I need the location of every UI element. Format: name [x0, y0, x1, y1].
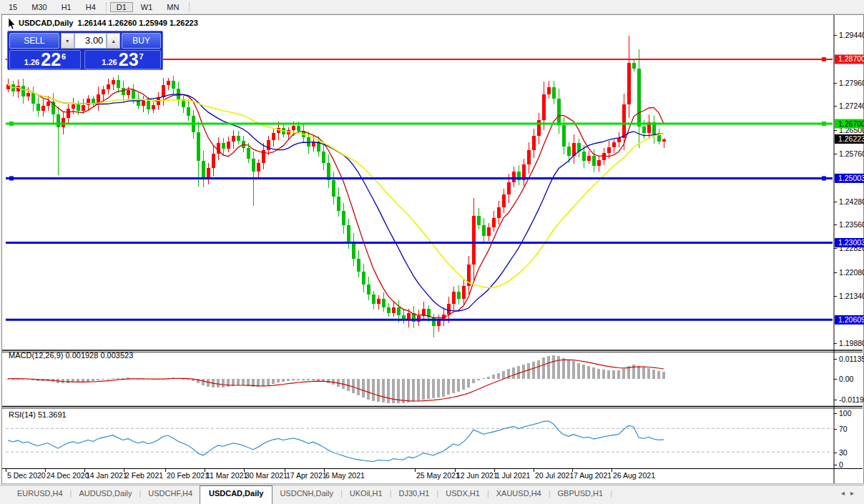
sell-price-prefix: 1.26: [24, 58, 39, 66]
chart-tab-gbpusd[interactable]: GBPUSD,H1: [551, 485, 611, 504]
svg-text:0.00: 0.00: [839, 375, 854, 383]
buy-price-box[interactable]: 1.26 23 7: [84, 50, 161, 69]
svg-text:20 Jul 2021: 20 Jul 2021: [535, 471, 574, 480]
svg-text:1.29440: 1.29440: [839, 31, 864, 39]
volume-input[interactable]: 3.00: [74, 33, 107, 49]
svg-text:14 Jan 2021: 14 Jan 2021: [86, 471, 127, 480]
chart-tab-audusd[interactable]: AUDUSD,Daily: [72, 485, 139, 504]
chart-ohlc-values: 1.26144 1.26260 1.25949 1.26223: [78, 19, 198, 27]
svg-text:30 Mar 2021: 30 Mar 2021: [245, 471, 288, 480]
svg-text:7 Aug 2021: 7 Aug 2021: [574, 471, 612, 480]
svg-text:1.22080: 1.22080: [839, 268, 864, 277]
tab-separator: |: [610, 485, 612, 498]
svg-text:6 May 2021: 6 May 2021: [325, 471, 365, 480]
svg-text:100: 100: [839, 409, 852, 417]
svg-text:2 Feb 2021: 2 Feb 2021: [125, 471, 163, 480]
triangle-up-icon: ▲: [111, 39, 116, 44]
chart-symbol-period: USDCAD,Daily: [19, 19, 73, 27]
chart-tab-bar: EURUSD,H4|AUDUSD,Daily|USDCHF,H4USDCAD,D…: [0, 485, 864, 504]
svg-text:1.19880: 1.19880: [839, 339, 864, 347]
svg-text:1.25760: 1.25760: [839, 149, 864, 158]
buy-price-point: 7: [139, 52, 144, 61]
volume-increase-button[interactable]: ▲: [107, 33, 120, 49]
svg-text:1.21340: 1.21340: [839, 292, 864, 300]
macd-label: MACD(12,26,9) 0.001928 0.003523: [9, 351, 133, 360]
chart-tab-dj30[interactable]: DJ30,H1: [392, 485, 437, 504]
svg-text:1.23560: 1.23560: [839, 220, 864, 229]
sell-price-box[interactable]: 1.26 22 6: [9, 50, 81, 69]
chart-title: USDCAD,Daily 1.26144 1.26260 1.25949 1.2…: [19, 19, 198, 27]
tab-scroll-arrows[interactable]: ◂▸: [841, 489, 860, 497]
svg-text:70: 70: [839, 425, 848, 433]
svg-text:20 Feb 2021: 20 Feb 2021: [167, 471, 209, 480]
scroll-right-icon[interactable]: ▸: [850, 489, 860, 497]
rsi-label: RSI(14) 51.3691: [9, 410, 67, 419]
triangle-down-icon: ▼: [65, 39, 70, 44]
svg-text:5 Dec 2020: 5 Dec 2020: [7, 471, 46, 480]
sell-price-pips: 22: [41, 51, 61, 69]
chart-tab-usdcad[interactable]: USDCAD,Daily: [200, 485, 273, 504]
svg-text:1.26700: 1.26700: [838, 119, 864, 128]
svg-text:17 Apr 2021: 17 Apr 2021: [286, 471, 327, 480]
scroll-left-icon[interactable]: ◂: [841, 489, 850, 497]
svg-text:1 Jul 2021: 1 Jul 2021: [496, 471, 531, 480]
svg-text:24 Dec 2020: 24 Dec 2020: [46, 471, 89, 480]
sell-price-point: 6: [62, 52, 66, 61]
svg-text:26 Aug 2021: 26 Aug 2021: [613, 471, 655, 480]
chart-canvas[interactable]: 1.294401.279601.272401.265001.257601.242…: [0, 0, 864, 504]
buy-price-pips: 23: [119, 51, 139, 69]
svg-text:30: 30: [839, 448, 848, 457]
svg-text:1.25003: 1.25003: [838, 174, 864, 182]
svg-text:1.27240: 1.27240: [839, 102, 864, 110]
svg-text:1.28700: 1.28700: [838, 54, 864, 63]
chart-tab-usdcnh[interactable]: USDCNH,Daily: [273, 485, 340, 504]
svg-text:0: 0: [839, 460, 843, 469]
chart-tab-ukoil[interactable]: UKOil,H1: [343, 485, 390, 504]
svg-text:25 May 2021: 25 May 2021: [416, 471, 460, 480]
buy-price-prefix: 1.26: [102, 58, 117, 66]
mouse-cursor-icon: [8, 18, 18, 29]
svg-text:1.27960: 1.27960: [839, 79, 864, 87]
chart-tab-usdchf[interactable]: USDCHF,H4: [141, 485, 200, 504]
chart-tab-eurusd[interactable]: EURUSD,H4: [10, 485, 70, 504]
date-axis: 5 Dec 202024 Dec 202014 Jan 20212 Feb 20…: [6, 469, 655, 480]
svg-text:1.23003: 1.23003: [838, 238, 864, 247]
one-click-trading-panel: SELL ▼ 3.00 ▲ BUY 1.26 22 6 1.26 23 7: [7, 31, 163, 70]
svg-text:0.01135: 0.01135: [839, 355, 864, 363]
buy-button[interactable]: BUY: [122, 33, 161, 49]
svg-text:-0.01190: -0.01190: [839, 395, 864, 404]
mt4-window: 15M30H1H4D1W1MN 1.294401.279601.272401.2…: [0, 0, 864, 504]
volume-decrease-button[interactable]: ▼: [61, 33, 74, 49]
chart-tab-usdx[interactable]: USDX,H1: [438, 485, 487, 504]
chart-tab-xauusd[interactable]: XAUUSD,H4: [489, 485, 549, 504]
svg-text:1.24280: 1.24280: [839, 197, 864, 206]
svg-text:1.20609: 1.20609: [838, 315, 864, 324]
svg-text:11 Mar 2021: 11 Mar 2021: [206, 471, 247, 480]
svg-text:12 Jun 2021: 12 Jun 2021: [456, 471, 498, 480]
sell-button[interactable]: SELL: [9, 33, 59, 49]
svg-text:1.26223: 1.26223: [838, 134, 864, 143]
